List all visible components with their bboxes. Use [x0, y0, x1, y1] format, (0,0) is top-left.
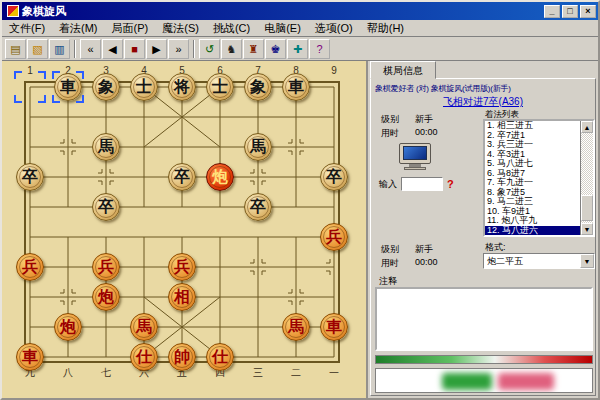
- banner-image: [375, 368, 593, 393]
- title-bar: 象棋旋风 _ □ ×: [2, 2, 598, 20]
- next-move-button-icon[interactable]: ▶: [146, 39, 167, 59]
- chess-piece-仕[interactable]: 仕: [206, 343, 234, 371]
- first-move-button-icon[interactable]: «: [80, 39, 101, 59]
- last-move-button-icon[interactable]: »: [168, 39, 189, 59]
- move-list-item[interactable]: 12. 马八进六: [485, 226, 580, 236]
- move-list-scrollbar[interactable]: ▲ ▼: [580, 121, 593, 235]
- chess-board[interactable]: 123456789 九八七六五四三二一 車象士将士象車馬馬卒卒卒卒卒炮兵兵兵兵炮…: [2, 61, 368, 398]
- menu-item[interactable]: 局面(P): [105, 20, 156, 37]
- menu-item[interactable]: 文件(F): [2, 20, 52, 37]
- chess-piece-象[interactable]: 象: [92, 73, 120, 101]
- prev-move-button-icon[interactable]: ◀: [102, 39, 123, 59]
- chess-piece-車[interactable]: 車: [320, 313, 348, 341]
- chess-piece-兵[interactable]: 兵: [16, 253, 44, 281]
- chess-piece-馬[interactable]: 馬: [130, 313, 158, 341]
- settings-button-icon[interactable]: ✚: [287, 39, 308, 59]
- minimize-button[interactable]: _: [544, 5, 560, 18]
- banner-pink-blob: [498, 373, 554, 390]
- info-panel-body: 象棋爱好者 (对) 象棋旋风(试用版)(新手) 飞相对进7卒(A36) 级别 新…: [370, 78, 596, 396]
- chess-piece-士[interactable]: 士: [206, 73, 234, 101]
- menu-item[interactable]: 着法(M): [52, 20, 105, 37]
- players-line: 象棋爱好者 (对) 象棋旋风(试用版)(新手): [375, 83, 593, 94]
- open-button-icon[interactable]: ▧: [27, 39, 48, 59]
- format-value: 炮二平五: [484, 255, 580, 268]
- chess-piece-卒[interactable]: 卒: [16, 163, 44, 191]
- black-level-value: 新手: [415, 113, 433, 126]
- chess-piece-車[interactable]: 車: [16, 343, 44, 371]
- menu-item[interactable]: 挑战(C): [206, 20, 257, 37]
- toolbar-separator: [74, 40, 76, 58]
- save-button-icon[interactable]: ▥: [49, 39, 70, 59]
- red-time-value: 00:00: [415, 257, 438, 267]
- flip-board-button-icon[interactable]: ↺: [199, 39, 220, 59]
- chess-piece-馬[interactable]: 馬: [282, 313, 310, 341]
- black-time-label: 用时: [381, 127, 399, 140]
- maximize-button[interactable]: □: [562, 5, 578, 18]
- help-question-icon[interactable]: ?: [447, 178, 454, 190]
- close-button[interactable]: ×: [580, 5, 596, 18]
- black-time-value: 00:00: [415, 127, 438, 137]
- move-list-items: 1. 相三进五2. 卒7进13. 兵三进一4. 卒3进15. 马八进七6. 马8…: [485, 121, 580, 235]
- notes-textarea[interactable]: [375, 287, 593, 351]
- move-list[interactable]: 1. 相三进五2. 卒7进13. 兵三进一4. 卒3进15. 马八进七6. 马8…: [483, 119, 595, 237]
- tab-game-info[interactable]: 棋局信息: [370, 61, 436, 79]
- scroll-thumb[interactable]: [581, 195, 593, 221]
- chess-piece-帥[interactable]: 帥: [168, 343, 196, 371]
- notation-format-select[interactable]: 炮二平五 ▼: [483, 253, 595, 269]
- move-input[interactable]: [401, 177, 443, 191]
- menu-item[interactable]: 选项(O): [308, 20, 360, 37]
- chess-piece-兵[interactable]: 兵: [320, 223, 348, 251]
- menu-item[interactable]: 魔法(S): [155, 20, 206, 37]
- chess-piece-士[interactable]: 士: [130, 73, 158, 101]
- toolbar: ▤▧▥«◀■▶»↺♞♜♚✚?: [2, 37, 598, 61]
- scroll-down-icon[interactable]: ▼: [581, 223, 593, 235]
- red-level-label: 级别: [381, 243, 399, 256]
- menu-item[interactable]: 电脑(E): [257, 20, 308, 37]
- menu-item[interactable]: 帮助(H): [360, 20, 411, 37]
- chess-piece-炮[interactable]: 炮: [206, 163, 234, 191]
- chess-piece-将[interactable]: 将: [168, 73, 196, 101]
- chess-piece-卒[interactable]: 卒: [244, 193, 272, 221]
- computer-play-button-icon[interactable]: ♚: [265, 39, 286, 59]
- red-level-value: 新手: [415, 243, 433, 256]
- app-icon: [7, 5, 19, 17]
- chess-piece-仕[interactable]: 仕: [130, 343, 158, 371]
- black-level-label: 级别: [381, 113, 399, 126]
- chess-piece-炮[interactable]: 炮: [54, 313, 82, 341]
- chess-piece-炮[interactable]: 炮: [92, 283, 120, 311]
- chess-piece-馬[interactable]: 馬: [92, 133, 120, 161]
- computer-icon: [397, 143, 433, 171]
- chess-piece-相[interactable]: 相: [168, 283, 196, 311]
- move-input-row: 输入 ?: [379, 177, 454, 191]
- evaluation-bar: [375, 355, 593, 364]
- help-button-icon[interactable]: ?: [309, 39, 330, 59]
- analysis-button-icon[interactable]: ♜: [243, 39, 264, 59]
- last-move-marker: [52, 71, 84, 103]
- stop-button-icon[interactable]: ■: [124, 39, 145, 59]
- toolbar-separator: [193, 40, 195, 58]
- chess-piece-兵[interactable]: 兵: [92, 253, 120, 281]
- last-move-marker: [14, 71, 46, 103]
- red-time-label: 用时: [381, 257, 399, 270]
- app-window: 象棋旋风 _ □ × 文件(F)着法(M)局面(P)魔法(S)挑战(C)电脑(E…: [0, 0, 600, 400]
- input-label: 输入: [379, 178, 397, 191]
- main-content: 123456789 九八七六五四三二一 車象士将士象車馬馬卒卒卒卒卒炮兵兵兵兵炮…: [2, 61, 598, 398]
- chess-piece-卒[interactable]: 卒: [320, 163, 348, 191]
- opening-link[interactable]: 飞相对进7卒(A36): [371, 95, 595, 109]
- engine-button-icon[interactable]: ♞: [221, 39, 242, 59]
- scroll-track[interactable]: [581, 133, 593, 223]
- chess-piece-卒[interactable]: 卒: [92, 193, 120, 221]
- scroll-up-icon[interactable]: ▲: [581, 121, 593, 133]
- chess-piece-馬[interactable]: 馬: [244, 133, 272, 161]
- menu-bar: 文件(F)着法(M)局面(P)魔法(S)挑战(C)电脑(E)选项(O)帮助(H): [2, 20, 598, 37]
- chess-piece-象[interactable]: 象: [244, 73, 272, 101]
- chevron-down-icon[interactable]: ▼: [580, 254, 594, 268]
- new-game-button-icon[interactable]: ▤: [5, 39, 26, 59]
- chess-piece-車[interactable]: 車: [282, 73, 310, 101]
- chess-piece-卒[interactable]: 卒: [168, 163, 196, 191]
- board-pieces-layer: 車象士将士象車馬馬卒卒卒卒卒炮兵兵兵兵炮相炮馬馬車車仕帥仕: [2, 61, 366, 398]
- window-controls: _ □ ×: [544, 5, 596, 18]
- chess-piece-兵[interactable]: 兵: [168, 253, 196, 281]
- window-title: 象棋旋风: [22, 4, 544, 19]
- info-panel: 棋局信息 象棋爱好者 (对) 象棋旋风(试用版)(新手) 飞相对进7卒(A36)…: [368, 61, 598, 398]
